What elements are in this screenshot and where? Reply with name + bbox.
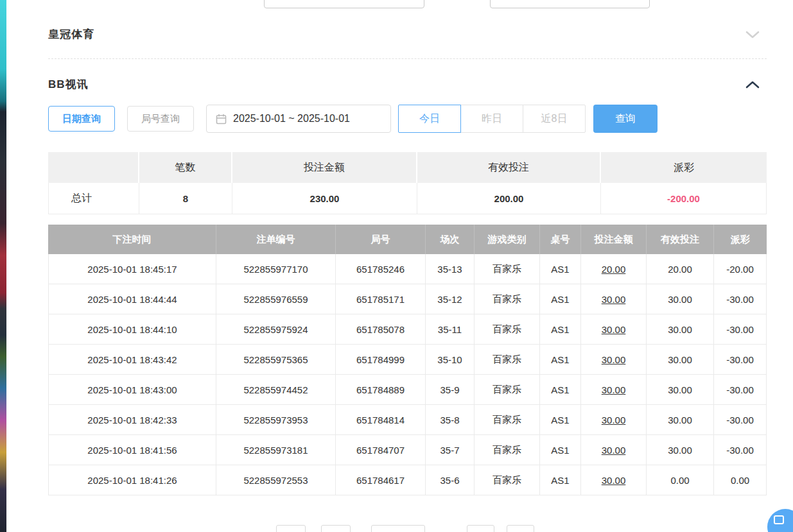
cell-game-type: 百家乐 <box>475 375 540 405</box>
col-payout: 派彩 <box>714 225 767 254</box>
cell-order-no: 522855975365 <box>216 345 336 375</box>
cell-session: 35-9 <box>426 375 475 405</box>
cell-valid-bet: 30.00 <box>647 284 714 314</box>
summary-total-label: 总计 <box>48 183 139 214</box>
date-query-tab[interactable]: 日期查询 <box>48 106 115 132</box>
section-crown-sports: 皇冠体育 <box>48 0 767 59</box>
bet-amount-link[interactable]: 30.00 <box>581 314 647 345</box>
cell-valid-bet: 0.00 <box>647 465 714 495</box>
cell-bet-time: 2025-10-01 18:41:26 <box>48 465 216 495</box>
chevron-up-icon[interactable] <box>745 80 767 89</box>
cell-session: 35-11 <box>426 314 475 345</box>
summary-valid-value: 200.00 <box>417 183 601 214</box>
bet-records-table: 下注时间 注单编号 局号 场次 游戏类别 桌号 投注金额 有效投注 派彩 202… <box>48 225 767 495</box>
query-filter-row: 日期查询 局号查询 2025-10-01 ~ 2025-10-01 今日 昨日 … <box>48 105 767 133</box>
cell-session: 35-7 <box>426 435 475 465</box>
cell-valid-bet: 20.00 <box>647 254 714 284</box>
cell-valid-bet: 30.00 <box>647 375 714 405</box>
summary-header-payout: 派彩 <box>601 152 767 183</box>
date-range-input[interactable]: 2025-10-01 ~ 2025-10-01 <box>206 105 391 133</box>
cell-payout: -30.00 <box>714 405 767 435</box>
bet-amount-link[interactable]: 30.00 <box>581 284 647 314</box>
service-icon <box>774 515 784 524</box>
col-bet-amount: 投注金额 <box>581 225 647 254</box>
cell-game-type: 百家乐 <box>475 435 540 465</box>
bet-amount-link[interactable]: 30.00 <box>581 375 647 405</box>
summary-header-valid: 有效投注 <box>417 152 601 183</box>
bet-amount-link[interactable]: 20.00 <box>581 254 647 284</box>
bet-amount-link[interactable]: 30.00 <box>581 435 647 465</box>
col-valid-bet: 有效投注 <box>647 225 714 254</box>
cell-payout: 0.00 <box>714 465 767 495</box>
cell-table-no: AS1 <box>540 345 581 375</box>
col-table-no: 桌号 <box>540 225 581 254</box>
col-round-no: 局号 <box>336 225 426 254</box>
cell-game-type: 百家乐 <box>475 345 540 375</box>
summary-header-bet: 投注金额 <box>232 152 417 183</box>
cell-game-type: 百家乐 <box>475 465 540 495</box>
range-today-button[interactable]: 今日 <box>398 105 461 133</box>
cell-valid-bet: 30.00 <box>647 435 714 465</box>
range-last8-button[interactable]: 近8日 <box>523 105 586 133</box>
bet-amount-link[interactable]: 30.00 <box>581 465 647 495</box>
content-panel: 皇冠体育 BB视讯 日期查询 局号查询 2025-10-01 ~ 2025-10… <box>48 0 767 495</box>
cell-bet-time: 2025-10-01 18:44:44 <box>48 284 216 314</box>
table-row: 2025-10-01 18:44:44 522855976559 6517851… <box>48 284 767 314</box>
cell-order-no: 522855975924 <box>216 314 336 345</box>
cell-round-no: 651784999 <box>336 345 426 375</box>
cell-valid-bet: 30.00 <box>647 314 714 345</box>
search-button[interactable]: 查询 <box>593 105 658 133</box>
top-cutoff-input-1[interactable] <box>264 0 424 8</box>
quick-range-group: 今日 昨日 近8日 <box>398 105 586 133</box>
cell-game-type: 百家乐 <box>475 314 540 345</box>
cell-bet-time: 2025-10-01 18:41:56 <box>48 435 216 465</box>
summary-table: 笔数 投注金额 有效投注 派彩 总计 8 230.00 200.00 -200.… <box>48 152 767 214</box>
summary-bet-value: 230.00 <box>232 183 417 214</box>
summary-payout-value: -200.00 <box>601 183 767 214</box>
chevron-down-icon[interactable] <box>745 30 767 39</box>
cell-table-no: AS1 <box>540 465 581 495</box>
cell-table-no: AS1 <box>540 405 581 435</box>
pagination-button[interactable] <box>321 525 351 532</box>
calendar-icon <box>216 114 227 124</box>
col-session: 场次 <box>426 225 475 254</box>
cell-payout: -30.00 <box>714 284 767 314</box>
cell-payout: -30.00 <box>714 345 767 375</box>
cell-round-no: 651785246 <box>336 254 426 284</box>
pagination-input[interactable] <box>371 525 425 532</box>
summary-header-row: 笔数 投注金额 有效投注 派彩 <box>48 152 767 183</box>
section-title-bb: BB视讯 <box>48 77 89 92</box>
cell-game-type: 百家乐 <box>475 254 540 284</box>
customer-service-float-button[interactable] <box>767 509 793 532</box>
section-title-crown: 皇冠体育 <box>48 27 94 42</box>
cell-valid-bet: 30.00 <box>647 345 714 375</box>
cell-order-no: 522855977170 <box>216 254 336 284</box>
cell-valid-bet: 30.00 <box>647 405 714 435</box>
cell-round-no: 651784707 <box>336 435 426 465</box>
table-row: 2025-10-01 18:41:56 522855973181 6517847… <box>48 435 767 465</box>
records-header-row: 下注时间 注单编号 局号 场次 游戏类别 桌号 投注金额 有效投注 派彩 <box>48 225 767 254</box>
top-cutoff-input-2[interactable] <box>490 0 650 8</box>
table-row: 2025-10-01 18:42:33 522855973953 6517848… <box>48 405 767 435</box>
cell-order-no: 522855972553 <box>216 465 336 495</box>
pagination-button[interactable] <box>276 525 306 532</box>
cell-round-no: 651784814 <box>336 405 426 435</box>
cell-session: 35-13 <box>426 254 475 284</box>
col-game-type: 游戏类别 <box>475 225 540 254</box>
cell-round-no: 651784889 <box>336 375 426 405</box>
range-yesterday-button[interactable]: 昨日 <box>460 105 523 133</box>
cell-table-no: AS1 <box>540 254 581 284</box>
pagination-button[interactable] <box>507 525 534 532</box>
round-query-tab[interactable]: 局号查询 <box>127 106 194 132</box>
cell-payout: -30.00 <box>714 314 767 345</box>
bet-amount-link[interactable]: 30.00 <box>581 405 647 435</box>
col-bet-time: 下注时间 <box>48 225 216 254</box>
bet-amount-link[interactable]: 30.00 <box>581 345 647 375</box>
cell-order-no: 522855974452 <box>216 375 336 405</box>
pagination-button[interactable] <box>467 525 494 532</box>
cell-bet-time: 2025-10-01 18:42:33 <box>48 405 216 435</box>
section-bb-video: BB视讯 <box>48 59 767 102</box>
table-row: 2025-10-01 18:43:42 522855975365 6517849… <box>48 345 767 375</box>
cell-order-no: 522855973181 <box>216 435 336 465</box>
cell-payout: -20.00 <box>714 254 767 284</box>
